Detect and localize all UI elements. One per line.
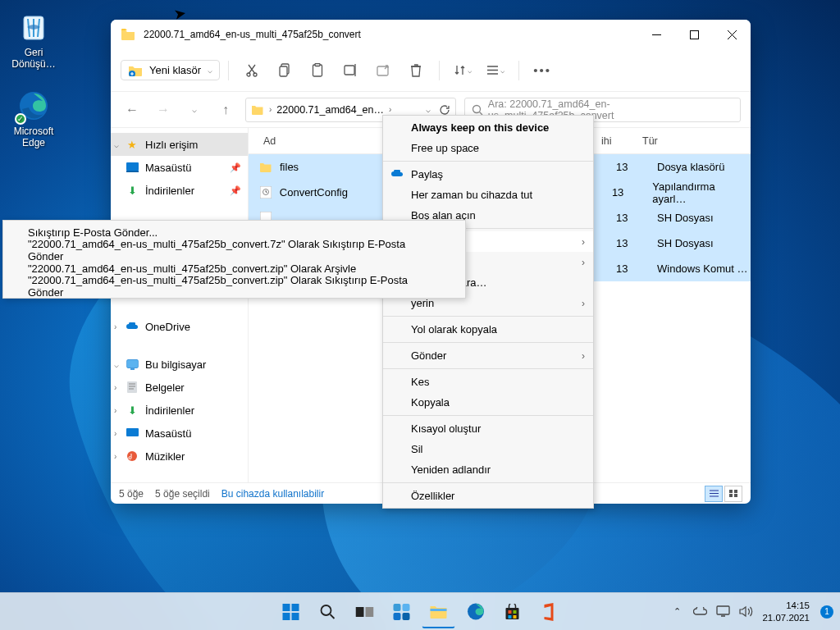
- context-menu: Always keep on this device Free up space…: [382, 115, 594, 509]
- edge-taskbar-button[interactable]: [459, 596, 492, 628]
- svg-rect-40: [431, 609, 447, 611]
- refresh-button[interactable]: [439, 104, 450, 116]
- ctx-send[interactable]: Gönder›: [383, 345, 593, 366]
- delete-button[interactable]: [401, 56, 431, 85]
- submenu-item[interactable]: "22000.71_amd64_en-us_multi_475af25b_con…: [3, 241, 465, 259]
- chevron-right-icon: ›: [582, 257, 585, 268]
- maximize-button[interactable]: [675, 20, 713, 49]
- sidebar-pc-documents[interactable]: ›Belgeler: [111, 376, 248, 399]
- clock[interactable]: 14:1521.07.2021: [762, 600, 810, 623]
- submenu-item[interactable]: "22000.71_amd64_en-us_multi_475af25b_con…: [3, 277, 465, 295]
- sort-button[interactable]: ⌵: [448, 56, 477, 85]
- sidebar-onedrive[interactable]: ›OneDrive: [111, 315, 248, 338]
- sidebar-item-downloads[interactable]: ⬇İndirilenler📌: [111, 179, 248, 202]
- svg-rect-38: [394, 613, 401, 620]
- minimize-button[interactable]: [637, 20, 675, 49]
- svg-rect-2: [652, 34, 661, 35]
- edge-icon[interactable]: ✓ Microsoft Edge: [3, 89, 64, 148]
- folder-icon: [121, 28, 135, 41]
- share-button[interactable]: [368, 56, 398, 85]
- chevron-right-icon: ›: [582, 236, 585, 248]
- onedrive-tray-icon[interactable]: [693, 605, 707, 619]
- recent-dropdown[interactable]: ⌵: [183, 98, 206, 121]
- sidebar-pc-downloads[interactable]: ›⬇İndirilenler: [111, 399, 248, 422]
- tray-chevron-icon[interactable]: ⌃: [670, 605, 684, 619]
- office-button[interactable]: [533, 596, 566, 628]
- ctx-cut[interactable]: Kes: [383, 372, 593, 392]
- sidebar-pc-music[interactable]: ›Müzikler: [111, 445, 248, 468]
- ctx-always-device[interactable]: Her zaman bu cihazda tut: [383, 185, 593, 205]
- explorer-button[interactable]: [422, 596, 455, 628]
- svg-rect-19: [127, 381, 137, 393]
- rename-button[interactable]: [336, 56, 365, 85]
- new-folder-button[interactable]: Yeni klasör ⌵: [121, 60, 220, 80]
- svg-rect-42: [506, 608, 519, 619]
- cloud-icon: [390, 167, 404, 182]
- ctx-rename[interactable]: Yeniden adlandır: [383, 459, 593, 480]
- pin-icon: 📌: [230, 185, 241, 196]
- svg-rect-34: [356, 607, 364, 617]
- svg-rect-28: [734, 494, 737, 497]
- store-button[interactable]: [496, 596, 529, 628]
- more-button[interactable]: •••: [527, 56, 557, 85]
- search-button[interactable]: [312, 596, 345, 628]
- ctx-shortcut[interactable]: Kısayol oluştur: [383, 418, 593, 439]
- addr-dropdown-icon[interactable]: ⌵: [426, 105, 431, 114]
- svg-point-33: [322, 605, 331, 615]
- selected-count: 5 öğe seçildi: [155, 488, 210, 500]
- svg-rect-25: [729, 490, 733, 493]
- paste-button[interactable]: [303, 56, 332, 85]
- svg-rect-20: [126, 428, 139, 436]
- svg-rect-26: [734, 490, 737, 493]
- submenu: Sıkıştırıp E-Posta Gönder... "22000.71_a…: [2, 220, 466, 299]
- svg-point-13: [473, 105, 481, 112]
- ctx-free-up[interactable]: Free up space: [383, 138, 593, 158]
- sidebar-quick-access[interactable]: ⌵★Hızlı erişim: [111, 133, 248, 156]
- ctx-delete[interactable]: Sil: [383, 439, 593, 459]
- start-button[interactable]: [275, 596, 308, 628]
- recycle-bin-icon[interactable]: Geri Dönüşü…: [3, 10, 64, 70]
- sidebar-pc-desktop[interactable]: ›Masaüstü: [111, 422, 248, 445]
- back-button[interactable]: ←: [121, 98, 144, 121]
- view-thumbnails-button[interactable]: [724, 486, 742, 502]
- cut-button[interactable]: [237, 56, 267, 85]
- ctx-properties[interactable]: Özellikler: [383, 486, 593, 506]
- svg-point-21: [127, 451, 137, 461]
- svg-rect-8: [280, 66, 287, 76]
- volume-tray-icon[interactable]: [739, 605, 753, 619]
- up-button[interactable]: ↑: [214, 98, 237, 121]
- ctx-copy-path[interactable]: Yol olarak kopyala: [383, 319, 593, 340]
- ctx-share[interactable]: Paylaş: [383, 164, 593, 185]
- sidebar-item-desktop[interactable]: Masaüstü📌: [111, 156, 248, 179]
- titlebar[interactable]: 22000.71_amd64_en-us_multi_475af25b_conv…: [111, 20, 751, 49]
- svg-rect-46: [514, 615, 517, 619]
- network-tray-icon[interactable]: [716, 605, 730, 619]
- notification-badge[interactable]: 1: [820, 605, 833, 619]
- svg-rect-36: [394, 604, 401, 611]
- view-details-button[interactable]: [705, 486, 723, 502]
- chevron-right-icon: ›: [582, 298, 585, 309]
- svg-rect-3: [690, 30, 698, 39]
- ctx-copy[interactable]: Kopyala: [383, 392, 593, 413]
- svg-rect-32: [292, 613, 299, 620]
- forward-button[interactable]: →: [152, 98, 175, 121]
- view-button[interactable]: ⌵: [481, 56, 510, 85]
- taskview-button[interactable]: [349, 596, 381, 628]
- svg-rect-14: [126, 162, 139, 171]
- availability-status: Bu cihazda kullanılabilir: [221, 488, 324, 500]
- copy-button[interactable]: [270, 56, 299, 85]
- close-button[interactable]: [713, 20, 751, 49]
- svg-rect-44: [514, 610, 517, 614]
- sidebar: ⌵★Hızlı erişim Masaüstü📌 ⬇İndirilenler📌 …: [111, 128, 249, 482]
- svg-rect-37: [403, 604, 410, 611]
- svg-rect-43: [509, 610, 512, 614]
- item-count: 5 öğe: [119, 488, 144, 500]
- sidebar-this-pc[interactable]: ⌵Bu bilgisayar: [111, 353, 248, 376]
- svg-rect-39: [403, 613, 410, 620]
- pin-icon: 📌: [230, 162, 241, 173]
- edge-label: Microsoft Edge: [3, 126, 64, 148]
- ctx-always-keep[interactable]: Always keep on this device: [383, 117, 593, 138]
- chevron-right-icon: ›: [582, 350, 585, 362]
- svg-rect-10: [315, 64, 320, 66]
- widgets-button[interactable]: [386, 596, 418, 628]
